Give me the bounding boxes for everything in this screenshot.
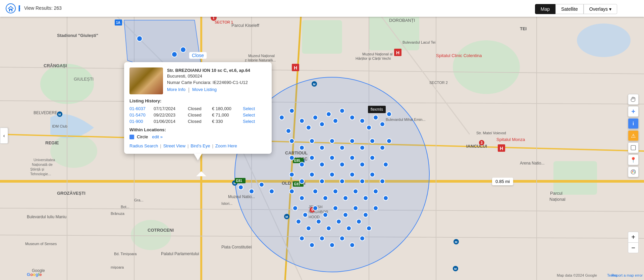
svg-text:E81: E81 — [294, 182, 300, 186]
svg-text:Parcul: Parcul — [550, 191, 562, 196]
birds-eye-link[interactable]: Bird's Eye — [191, 143, 210, 148]
svg-point-194 — [249, 189, 254, 194]
street-view-link[interactable]: Street View — [163, 143, 185, 148]
layer-button[interactable] — [628, 142, 639, 153]
layers-icon — [630, 145, 636, 151]
svg-text:Bulevardul Iuliu Maniu: Bulevardul Iuliu Maniu — [27, 215, 66, 219]
svg-point-156 — [360, 179, 365, 184]
svg-rect-6 — [553, 161, 597, 195]
svg-text:M: M — [455, 240, 458, 244]
report-map-error-link[interactable]: Report a map error — [611, 273, 643, 277]
map-type-satellite-button[interactable]: Satellite — [555, 4, 584, 14]
svg-point-143 — [330, 155, 334, 160]
svg-point-135 — [360, 145, 365, 150]
hand-icon — [630, 96, 636, 102]
svg-point-133 — [340, 145, 344, 150]
sidebar-toggle-button[interactable]: ‹ — [0, 128, 8, 144]
popup-city: Bucuresti, 050024 — [167, 74, 250, 79]
listing-id-2[interactable]: 01-5470 — [129, 112, 150, 118]
zoom-out-button[interactable]: − — [628, 242, 639, 253]
svg-text:Google: Google — [27, 272, 42, 277]
warning-button[interactable]: ⚠ — [628, 130, 639, 141]
within-edit-link[interactable]: edit » — [152, 134, 163, 139]
action-sep-3: | — [212, 143, 213, 148]
svg-point-127 — [387, 112, 391, 116]
svg-point-125 — [373, 115, 378, 120]
popup-actions: Radius Search | Street View | Bird's Eye… — [129, 143, 266, 148]
svg-text:Știință și: Știință și — [30, 167, 44, 171]
listing-select-2[interactable]: Select — [243, 112, 255, 118]
svg-text:Bot...: Bot... — [121, 205, 129, 209]
svg-point-203 — [631, 170, 636, 174]
zoom-in-button[interactable]: + — [628, 232, 639, 242]
listing-price-3: € 330 — [212, 119, 239, 124]
listing-id-1[interactable]: 01-6037 — [129, 106, 150, 111]
info-button[interactable]: i — [628, 118, 639, 129]
svg-point-122 — [350, 115, 355, 120]
sidebar-toggle-icon: ‹ — [3, 133, 5, 138]
listing-price-2: € 71,000 — [212, 112, 239, 118]
svg-point-204 — [632, 171, 633, 172]
svg-text:Spitalul Clinic Colentina: Spitalul Clinic Colentina — [436, 53, 482, 58]
svg-point-207 — [632, 172, 633, 173]
svg-point-150 — [300, 179, 304, 184]
listing-date-3: 01/06/2014 — [154, 119, 184, 124]
zoom-in-control[interactable]: + — [628, 106, 639, 117]
svg-text:Arena Natio...: Arena Natio... — [520, 161, 544, 166]
svg-text:Națională de: Națională de — [32, 162, 53, 167]
map-attribution: Map data ©2024 Google — [557, 273, 597, 277]
svg-point-176 — [363, 213, 368, 217]
table-row: 01-5470 09/22/2023 Closed € 71,000 Selec… — [129, 112, 266, 118]
svg-text:M: M — [58, 113, 61, 116]
svg-text:HOOD: HOOD — [309, 215, 320, 219]
svg-text:H: H — [396, 50, 399, 55]
listing-select-1[interactable]: Select — [243, 106, 255, 111]
svg-text:Palatul Parlamentului: Palatul Parlamentului — [161, 251, 199, 256]
property-photo — [129, 67, 163, 94]
svg-point-159 — [289, 189, 294, 194]
map-type-map-button[interactable]: Map — [535, 4, 555, 14]
svg-point-196 — [269, 189, 274, 194]
svg-point-145 — [350, 155, 355, 160]
svg-text:Muzeul Național al: Muzeul Național al — [362, 52, 393, 56]
svg-text:IANCULUI: IANCULUI — [466, 144, 487, 149]
svg-point-121 — [340, 108, 344, 113]
right-controls: + i ⚠ 📍 — [628, 94, 639, 177]
svg-point-191 — [350, 243, 355, 247]
within-locations: Within Locations: Circle edit » — [129, 127, 266, 139]
svg-text:TEI: TEI — [520, 26, 527, 31]
svg-point-129 — [300, 145, 304, 150]
hand-tool-button[interactable] — [628, 94, 639, 105]
svg-point-199 — [6, 4, 15, 13]
listing-select-3[interactable]: Select — [243, 119, 255, 124]
popup-close-button[interactable]: Close — [189, 52, 207, 59]
svg-point-162 — [323, 196, 328, 200]
svg-point-141 — [310, 155, 314, 160]
popup-property-image[interactable] — [129, 67, 163, 94]
svg-point-152 — [320, 179, 324, 184]
svg-point-165 — [353, 189, 358, 194]
svg-text:CRÂNGAȘI: CRÂNGAȘI — [44, 63, 67, 68]
move-listing-link[interactable]: Move Listing — [192, 87, 217, 93]
overlays-button[interactable]: Overlays ▾ — [584, 4, 617, 14]
listing-id-3[interactable]: 01-900 — [129, 119, 150, 124]
svg-point-174 — [343, 213, 348, 217]
svg-point-169 — [293, 206, 298, 211]
radius-search-link[interactable]: Radius Search — [129, 143, 158, 148]
svg-point-205 — [633, 171, 634, 172]
svg-point-153 — [330, 172, 334, 177]
svg-point-168 — [383, 196, 388, 200]
within-circle-label: Circle — [137, 134, 148, 139]
palette-button[interactable] — [628, 167, 639, 177]
svg-point-126 — [380, 122, 385, 127]
more-info-link[interactable]: More Info — [167, 87, 185, 93]
svg-point-147 — [370, 155, 375, 160]
svg-point-110 — [180, 47, 186, 52]
svg-point-186 — [300, 236, 304, 241]
zoom-here-link[interactable]: Zoom Here — [215, 143, 237, 148]
map-container[interactable]: Stadionul "Giulești" CRÂNGAȘI GIULEȘTI B… — [0, 0, 644, 280]
pin-button[interactable]: 📍 — [628, 154, 639, 165]
svg-point-193 — [238, 185, 243, 190]
svg-text:DOROBANȚI: DOROBANȚI — [389, 18, 415, 23]
within-title: Within Locations: — [129, 127, 266, 132]
